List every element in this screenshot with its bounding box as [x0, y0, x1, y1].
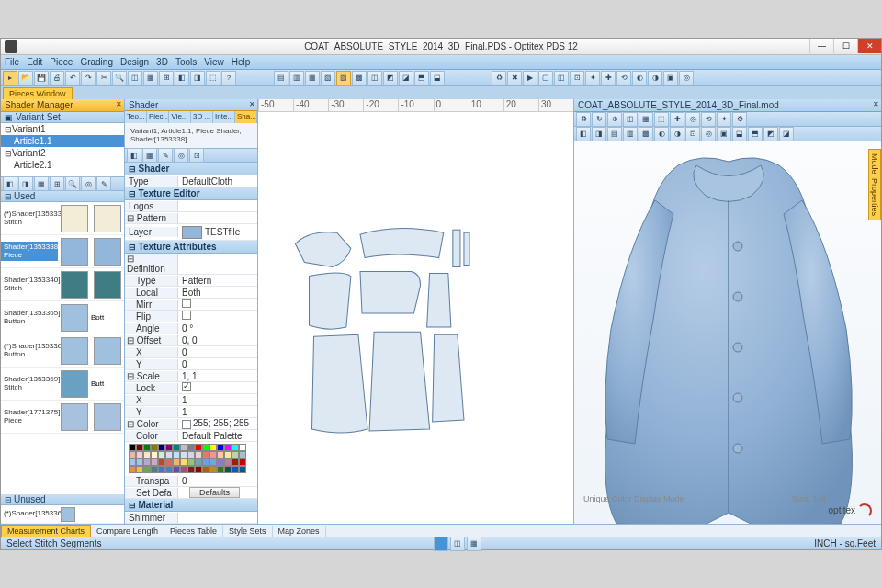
tool-btn[interactable]: ◫	[368, 71, 382, 85]
menu-tools[interactable]: Tools	[175, 57, 197, 67]
shader-item[interactable]: (*)Shader[1353368] Button	[1, 334, 124, 368]
palette-color[interactable]	[151, 444, 158, 451]
prop-value[interactable]	[178, 382, 257, 393]
tb-icon[interactable]: ◧	[3, 176, 17, 191]
pattern-piece[interactable]	[295, 232, 351, 267]
tool-save-icon[interactable]: 💾	[34, 71, 49, 85]
tool-btn[interactable]: ⟲	[616, 71, 631, 85]
mini-tab[interactable]: Sha...	[235, 111, 257, 123]
pattern-piece[interactable]	[453, 230, 460, 266]
panel-close-icon[interactable]: ✕	[873, 100, 879, 108]
palette-color[interactable]	[187, 444, 195, 451]
pattern-piece[interactable]	[369, 332, 430, 431]
vp-tool-icon[interactable]: ↻	[592, 112, 606, 127]
shader-item[interactable]: Shader[1771375] Piece	[1, 401, 124, 434]
tool-btn[interactable]: ◐	[632, 71, 647, 85]
palette-color[interactable]	[173, 458, 180, 466]
prop-key[interactable]: ⊟ Pattern	[125, 213, 178, 223]
maximize-button[interactable]: ☐	[833, 39, 857, 53]
tool-undo-icon[interactable]: ↶	[65, 71, 80, 85]
tb-icon[interactable]: ✎	[158, 148, 173, 163]
panel-close-icon[interactable]: ✕	[249, 100, 255, 108]
tool-btn[interactable]: ◑	[648, 71, 662, 85]
tab-pieces-table[interactable]: Pieces Table	[164, 526, 223, 537]
palette-color[interactable]	[239, 444, 246, 451]
tab-compare-length[interactable]: Compare Length	[91, 526, 164, 537]
palette-color[interactable]	[232, 451, 239, 458]
minimize-button[interactable]: —	[809, 39, 833, 53]
palette-color[interactable]	[232, 444, 239, 451]
pattern-piece[interactable]	[312, 334, 368, 433]
pattern-piece[interactable]	[433, 334, 464, 422]
tool-btn[interactable]: ▨	[336, 71, 351, 85]
tool-redo-icon[interactable]: ↷	[81, 71, 96, 85]
palette-color[interactable]	[173, 451, 180, 458]
palette-color[interactable]	[180, 451, 187, 458]
prop-key[interactable]: ⊟ Color	[125, 419, 178, 429]
pattern-piece[interactable]	[309, 273, 350, 329]
prop-value[interactable]: TESTfile	[178, 226, 257, 239]
palette-color[interactable]	[202, 444, 209, 451]
vp-tool-icon[interactable]: ⟲	[701, 112, 716, 127]
tab-measurement-charts[interactable]: Measurement Charts	[1, 525, 91, 537]
tree-row[interactable]: Article1.1	[1, 135, 124, 147]
palette-color[interactable]	[173, 466, 180, 473]
vp-tool-icon[interactable]: ◩	[763, 127, 778, 141]
palette-color[interactable]	[224, 466, 232, 473]
section-texture-attr[interactable]: ⊟ Texture Attributes	[125, 241, 257, 254]
palette-color[interactable]	[165, 458, 173, 466]
variant-set-header[interactable]: ▣ Variant Set	[1, 112, 124, 123]
palette-color[interactable]	[224, 458, 232, 466]
tb-icon[interactable]: 🔍	[65, 176, 80, 191]
menu-view[interactable]: View	[204, 57, 224, 67]
status-icon[interactable]: ◫	[450, 537, 465, 551]
tool-btn[interactable]: ▦	[143, 71, 158, 85]
palette-color[interactable]	[209, 466, 217, 473]
vp-tool-icon[interactable]: ⚙	[732, 112, 747, 127]
palette-color[interactable]	[195, 466, 202, 473]
tool-btn[interactable]: ⬚	[206, 71, 220, 85]
menu-piece[interactable]: Piece	[50, 57, 73, 67]
vp-tool-icon[interactable]: ⊡	[685, 127, 700, 141]
palette-color[interactable]	[129, 444, 136, 451]
vp-tool-icon[interactable]: ✚	[670, 112, 684, 127]
color-palette[interactable]	[129, 444, 246, 473]
prop-key[interactable]: ⊟ Offset	[125, 335, 178, 345]
palette-color[interactable]	[165, 466, 173, 473]
palette-color[interactable]	[158, 444, 165, 451]
tool-refresh-icon[interactable]: ♻	[492, 71, 506, 85]
prop-value[interactable]: 255; 255; 255	[178, 418, 257, 428]
tool-print-icon[interactable]: 🖨	[50, 71, 64, 85]
side-tab-model-properties[interactable]: Model Properties	[868, 149, 881, 220]
tool-btn[interactable]: ▤	[274, 71, 288, 85]
shader-item[interactable]: Shader[1353340] Stitch	[1, 268, 124, 301]
tree-row[interactable]: Article2.1	[1, 159, 124, 171]
defaults-button[interactable]: Defaults	[189, 487, 240, 498]
viewport-3d[interactable]: Unique Color Display Mode Size: 1J4 opti…	[574, 141, 881, 524]
pattern-canvas[interactable]	[258, 112, 573, 524]
palette-color[interactable]	[158, 451, 165, 458]
tool-btn[interactable]: ◫	[128, 71, 142, 85]
palette-color[interactable]	[209, 458, 217, 466]
prop-value[interactable]: 0	[178, 347, 257, 357]
prop-value[interactable]: 0	[178, 359, 257, 369]
palette-color[interactable]	[217, 451, 224, 458]
tb-icon[interactable]: ◎	[81, 176, 96, 191]
palette-color[interactable]	[136, 466, 143, 473]
mini-tab[interactable]: Teo...	[125, 111, 147, 123]
palette-color[interactable]	[173, 444, 180, 451]
tool-btn[interactable]: ⊡	[570, 71, 584, 85]
tb-icon[interactable]: ✎	[96, 176, 111, 191]
menu-grading[interactable]: Grading	[80, 57, 113, 67]
vp-tool-icon[interactable]: ▦	[639, 112, 653, 127]
prop-value[interactable]	[178, 299, 257, 310]
status-icon[interactable]: ▦	[467, 537, 481, 551]
unused-header[interactable]: ⊟ Unused	[1, 494, 124, 505]
palette-color[interactable]	[217, 444, 224, 451]
shader-item[interactable]: (*)Shader[1353367]	[1, 505, 124, 524]
used-header[interactable]: ⊟ Used	[1, 191, 124, 202]
tool-btn[interactable]: ▩	[352, 71, 367, 85]
palette-color[interactable]	[129, 458, 136, 466]
checkbox[interactable]	[182, 311, 191, 320]
vp-tool-icon[interactable]: ⬒	[748, 127, 763, 141]
